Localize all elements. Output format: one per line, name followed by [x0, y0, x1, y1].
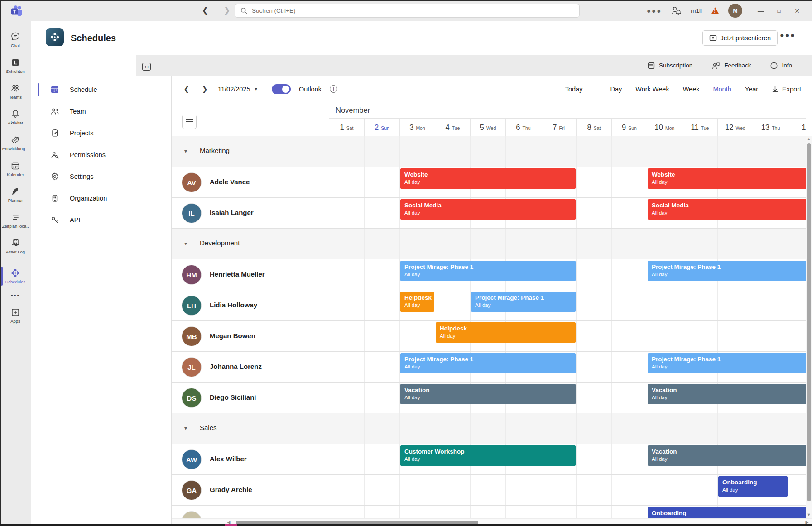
day-cell	[612, 444, 647, 474]
teams-logo	[10, 4, 24, 18]
event-customer-workshop[interactable]: Customer WorkshopAll day	[400, 445, 576, 466]
rail-item-zeitplanloca[interactable]: Zeitplan loca..	[0, 207, 30, 233]
back-button[interactable]: ❮	[199, 5, 211, 16]
next-period-button[interactable]: ❯	[200, 85, 210, 93]
rail-item-aktivitt[interactable]: Aktivität	[0, 104, 30, 130]
day-cell	[329, 321, 365, 351]
rail-item-chat[interactable]: Chat	[0, 27, 30, 53]
group-name: Marketing	[200, 147, 230, 154]
view-day[interactable]: Day	[610, 86, 622, 93]
calendar-toolbar: ❮ ❯ 11/02/2025▾ Outlook i TodayDayWork W…	[172, 76, 812, 102]
event-project-mirage-phase-1[interactable]: Project Mirage: Phase 1All day	[648, 353, 806, 373]
chevron-down-icon[interactable]: ▾	[184, 425, 187, 431]
event-website[interactable]: WebsiteAll day	[648, 168, 806, 189]
rail-item-entwicklung[interactable]: Entwicklung...	[0, 130, 30, 156]
rail-item-planner[interactable]: Planner	[0, 182, 30, 207]
minimize-button[interactable]: —	[754, 4, 768, 18]
subscription-button[interactable]: Subscription	[647, 62, 692, 70]
vertical-scroll-thumb[interactable]	[807, 143, 811, 501]
present-now-button[interactable]: Jetzt präsentieren	[702, 30, 778, 46]
date-picker[interactable]: 11/02/2025▾	[218, 86, 257, 93]
event-helpdesk[interactable]: HelpdeskAll day	[436, 322, 576, 343]
rail-item-apps[interactable]: Apps	[0, 302, 30, 328]
close-button[interactable]: ✕	[790, 4, 804, 18]
sidebar-item-api[interactable]: API	[31, 209, 171, 231]
member-row-isaiah-langer: ILIsaiah LangerSocial MediaAll daySocial…	[172, 198, 806, 229]
sidebar-item-organization[interactable]: Organization	[31, 187, 171, 209]
day-cell	[577, 229, 612, 259]
event-social-media[interactable]: Social MediaAll day	[648, 199, 806, 220]
event-project-mirage-phase-1[interactable]: Project Mirage: Phase 1All day	[400, 353, 576, 373]
search-box[interactable]	[235, 4, 580, 18]
view-work-week[interactable]: Work Week	[635, 86, 669, 93]
scroll-up-icon[interactable]: ▲	[806, 136, 812, 143]
header-more-icon[interactable]: ●●●	[780, 31, 796, 39]
view-year[interactable]: Year	[745, 86, 758, 93]
search-input[interactable]	[252, 7, 574, 14]
event-social-media[interactable]: Social MediaAll day	[400, 199, 576, 220]
day-cell	[788, 413, 806, 444]
rail-item-schichten[interactable]: Schichten	[0, 53, 30, 78]
event-helpdesk[interactable]: HelpdeskAll day	[400, 292, 434, 312]
rail-item-teams[interactable]: Teams	[0, 78, 30, 104]
event-website[interactable]: WebsiteAll day	[400, 168, 576, 189]
day-cell	[506, 136, 541, 167]
feedback-icon	[711, 62, 721, 70]
settings-icon	[50, 172, 60, 182]
day-header-11: 11Tue	[682, 119, 718, 136]
view-month[interactable]: Month	[713, 86, 731, 93]
day-cell	[365, 290, 400, 320]
event-project-mirage-phase-1[interactable]: Project Mirage: Phase 1All day	[648, 261, 806, 281]
view-week[interactable]: Week	[683, 86, 700, 93]
outlook-info-icon[interactable]: i	[330, 85, 337, 93]
day-cell	[365, 198, 400, 228]
event-project-mirage-phase-1[interactable]: Project Mirage: Phase 1All day	[400, 261, 576, 281]
sidebar-item-settings[interactable]: Settings	[31, 166, 171, 187]
account-name[interactable]: m1ll	[691, 7, 702, 14]
day-cell	[718, 229, 753, 259]
user-avatar[interactable]: M	[728, 4, 742, 18]
view-today[interactable]: Today	[565, 86, 583, 93]
event-onboarding[interactable]: OnboardingAll day	[718, 476, 788, 497]
event-vacation[interactable]: VacationAll day	[648, 445, 806, 466]
rail-item-assetlog[interactable]: Asset Log	[0, 233, 30, 259]
projects-icon	[50, 128, 60, 138]
day-cell	[612, 136, 647, 167]
day-cell	[577, 198, 612, 228]
sidebar-item-permissions[interactable]: Permissions	[31, 144, 171, 166]
rail-more-icon[interactable]: •••	[11, 289, 20, 302]
day-cell	[718, 321, 753, 351]
sidebar-item-projects[interactable]: Projects	[31, 122, 171, 144]
sidebar-item-team[interactable]: Team	[31, 100, 171, 122]
scroll-down-icon[interactable]: ▼	[806, 512, 812, 518]
export-button[interactable]: Export	[772, 86, 801, 93]
event-vacation[interactable]: VacationAll day	[400, 384, 576, 404]
day-cell	[788, 475, 806, 505]
day-cell	[329, 198, 365, 228]
notification-person-icon[interactable]	[671, 6, 682, 16]
event-vacation[interactable]: VacationAll day	[648, 384, 806, 404]
event-onboarding[interactable]: OnboardingAll day	[648, 507, 806, 518]
day-cell	[471, 229, 506, 259]
menu-icon[interactable]	[182, 115, 197, 129]
rail-item-schedules[interactable]: Schedules	[0, 263, 30, 289]
chevron-down-icon[interactable]: ▾	[184, 240, 187, 247]
titlebar-more-icon[interactable]: ●●●	[647, 7, 662, 14]
vertical-scrollbar[interactable]: ▲ ▼	[806, 136, 812, 518]
forward-button[interactable]: ❯	[221, 5, 233, 16]
feedback-button[interactable]: Feedback	[711, 62, 751, 70]
day-cell	[400, 475, 435, 505]
day-cell	[329, 506, 365, 518]
day-cell	[329, 444, 365, 474]
group-row-marketing: ▾Marketing	[172, 136, 806, 167]
info-button[interactable]: Info	[770, 62, 792, 70]
warning-icon[interactable]	[711, 7, 719, 14]
sidebar-item-schedule[interactable]: Schedule	[31, 79, 171, 100]
maximize-button[interactable]: □	[772, 4, 786, 18]
event-project-mirage-phase-1[interactable]: Project Mirage: Phase 1All day	[471, 292, 576, 312]
outlook-toggle[interactable]	[272, 84, 291, 94]
prev-period-button[interactable]: ❮	[182, 85, 192, 93]
collapse-sidebar-button[interactable]: ↤	[142, 63, 151, 71]
chevron-down-icon[interactable]: ▾	[184, 148, 187, 154]
rail-item-kalender[interactable]: Kalender	[0, 156, 30, 182]
